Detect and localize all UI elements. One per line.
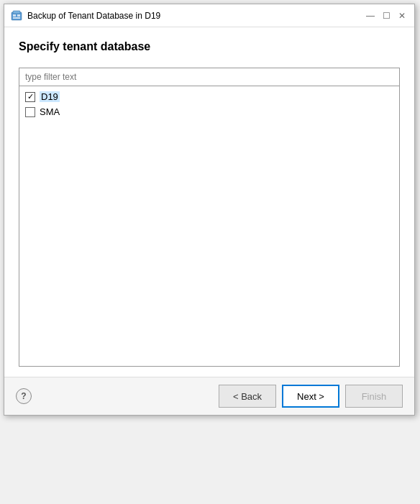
svg-rect-3 — [17, 14, 20, 17]
dialog-content: Specify tenant database D19 SMA — [4, 27, 414, 377]
window-icon — [10, 9, 23, 22]
title-bar-controls: — ☐ ✕ — [364, 9, 408, 22]
title-bar: Backup of Tenant Database in D19 — ☐ ✕ — [4, 4, 414, 27]
page-title: Specify tenant database — [19, 40, 400, 53]
list-item[interactable]: SMA — [19, 104, 399, 119]
next-button[interactable]: Next > — [282, 385, 339, 408]
footer-buttons: < Back Next > Finish — [219, 385, 403, 408]
window-title: Backup of Tenant Database in D19 — [27, 11, 160, 21]
tenant-list: D19 SMA — [19, 86, 400, 367]
help-button[interactable]: ? — [16, 388, 32, 404]
footer-left: ? — [16, 388, 32, 404]
svg-rect-4 — [13, 17, 20, 19]
svg-rect-1 — [13, 11, 20, 14]
svg-rect-2 — [13, 14, 16, 17]
filter-input[interactable] — [19, 68, 400, 86]
title-bar-left: Backup of Tenant Database in D19 — [10, 9, 160, 22]
maximize-button[interactable]: ☐ — [380, 9, 393, 22]
list-item[interactable]: D19 — [19, 89, 399, 104]
sma-label: SMA — [40, 106, 60, 117]
d19-checkbox[interactable] — [25, 92, 35, 102]
close-button[interactable]: ✕ — [396, 9, 408, 22]
back-button[interactable]: < Back — [219, 385, 276, 408]
dialog-footer: ? < Back Next > Finish — [4, 377, 414, 415]
main-window: Backup of Tenant Database in D19 — ☐ ✕ S… — [4, 4, 415, 416]
finish-button[interactable]: Finish — [345, 385, 403, 408]
minimize-button[interactable]: — — [364, 9, 377, 22]
d19-label: D19 — [40, 91, 60, 102]
sma-checkbox[interactable] — [25, 107, 35, 117]
